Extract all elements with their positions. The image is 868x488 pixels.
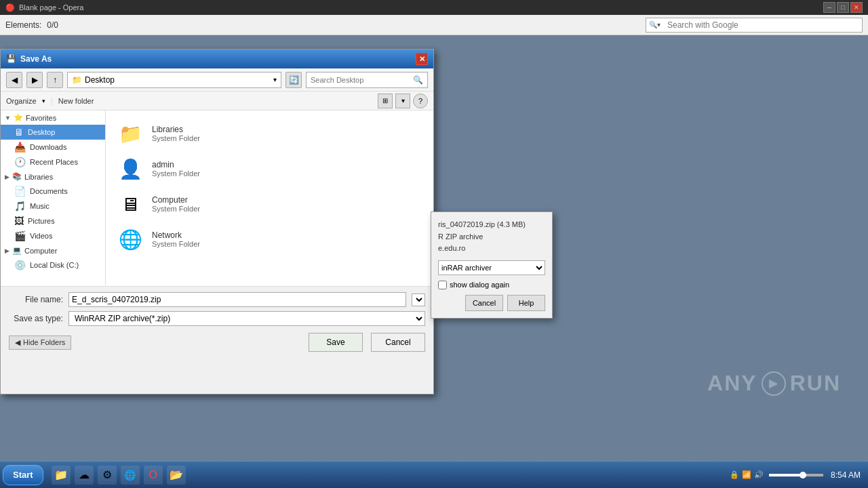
browser-titlebar: 🔴 Blank page - Opera ─ □ ✕ bbox=[0, 0, 868, 15]
hide-folders-button[interactable]: ◀ Hide Folders bbox=[9, 336, 71, 350]
favorites-group[interactable]: ▼ ⭐ Favorites bbox=[1, 110, 105, 125]
winrar-archiver-select[interactable]: inRAR archiver bbox=[438, 260, 545, 275]
cancel-button[interactable]: Cancel bbox=[371, 333, 425, 352]
winrar-url: e.edu.ro bbox=[438, 243, 545, 255]
file-item-computer[interactable]: 🖥 Computer System Folder bbox=[111, 186, 428, 222]
computer-group[interactable]: ▶ 💻 Computer bbox=[1, 243, 105, 258]
pictures-icon: 🖼 bbox=[14, 216, 24, 226]
organize-button[interactable]: Organize bbox=[6, 97, 37, 105]
file-item-network[interactable]: 🌐 Network System Folder bbox=[111, 222, 428, 257]
favorites-icon: ⭐ bbox=[14, 113, 23, 122]
save-as-dialog: 💾 Save As ✕ ◀ ▶ ↑ 📁 Desktop ▾ 🔄 🔍 Organi… bbox=[0, 49, 434, 394]
filename-row: File name: bbox=[9, 292, 425, 307]
winrar-checkbox-row: show dialog again bbox=[438, 281, 545, 289]
save-as-titlebar: 💾 Save As ✕ bbox=[1, 49, 433, 68]
taskbar-icon-cloud[interactable]: ☁ bbox=[75, 466, 94, 485]
taskbar-icon-folder2[interactable]: 📂 bbox=[167, 466, 186, 485]
search-dropdown-icon[interactable]: 🔍▾ bbox=[646, 21, 663, 28]
filename-input-wrapper[interactable] bbox=[68, 292, 406, 307]
libraries-folder-icon: 📁 bbox=[117, 120, 144, 147]
network-name: Network bbox=[152, 230, 200, 240]
libraries-name: Libraries bbox=[152, 125, 200, 134]
show-dialog-checkbox[interactable] bbox=[438, 281, 447, 289]
sidebar-item-pictures[interactable]: 🖼 Pictures bbox=[1, 214, 105, 228]
taskbar-icon-opera[interactable]: O bbox=[144, 466, 163, 485]
file-item-admin[interactable]: 👤 admin System Folder bbox=[111, 151, 428, 186]
sidebar-item-music[interactable]: 🎵 Music bbox=[1, 199, 105, 214]
filename-dropdown[interactable] bbox=[412, 293, 425, 306]
search-google-bar[interactable]: 🔍▾ bbox=[646, 18, 863, 33]
admin-folder-icon: 👤 bbox=[117, 155, 144, 182]
sidebar-item-downloads[interactable]: 📥 Downloads bbox=[1, 140, 105, 155]
volume-thumb[interactable] bbox=[800, 472, 806, 479]
libraries-group[interactable]: ▶ 📚 Libraries bbox=[1, 169, 105, 184]
refresh-button[interactable]: 🔄 bbox=[285, 72, 302, 88]
back-button[interactable]: ◀ bbox=[6, 72, 22, 88]
search-input[interactable] bbox=[311, 76, 410, 84]
videos-label: Videos bbox=[30, 232, 52, 240]
titlebar-controls: ─ □ ✕ bbox=[823, 2, 863, 13]
anyrun-logo: ANY ▶ RUN bbox=[707, 371, 841, 396]
filetype-select[interactable]: WinRAR ZIP archive(*.zip) bbox=[69, 312, 425, 325]
forward-button[interactable]: ▶ bbox=[26, 72, 43, 88]
help-button[interactable]: ? bbox=[413, 94, 428, 108]
winrar-buttons: Cancel Help bbox=[438, 295, 545, 311]
taskbar-icon-browser[interactable]: 🌐 bbox=[121, 466, 140, 485]
sidebar-panel: ▼ ⭐ Favorites 🖥 Desktop 📥 Downloads 🕐 Re… bbox=[1, 110, 106, 286]
main-file-panel: 📁 Libraries System Folder 👤 admin System… bbox=[106, 110, 433, 286]
videos-icon: 🎬 bbox=[14, 230, 26, 241]
window-title: Blank page - Opera bbox=[19, 3, 83, 12]
music-icon: 🎵 bbox=[14, 201, 26, 211]
filetype-row: Save as type: WinRAR ZIP archive(*.zip) bbox=[9, 311, 425, 326]
filename-label: File name: bbox=[9, 295, 63, 304]
admin-type: System Folder bbox=[152, 169, 200, 178]
view-list-button[interactable]: ⊞ bbox=[378, 94, 393, 108]
up-button[interactable]: ↑ bbox=[47, 72, 63, 88]
sidebar-item-videos[interactable]: 🎬 Videos bbox=[1, 228, 105, 243]
sidebar-item-documents[interactable]: 📄 Documents bbox=[1, 184, 105, 199]
sidebar-item-recent[interactable]: 🕐 Recent Places bbox=[1, 155, 105, 169]
documents-icon: 📄 bbox=[14, 186, 26, 197]
file-item-libraries[interactable]: 📁 Libraries System Folder bbox=[111, 116, 428, 151]
favorites-arrow: ▼ bbox=[5, 115, 11, 121]
search-bar[interactable]: 🔍 bbox=[306, 72, 428, 88]
taskbar-icon-files[interactable]: 📁 bbox=[52, 466, 71, 485]
sidebar-item-desktop[interactable]: 🖥 Desktop bbox=[1, 125, 105, 140]
taskbar-icon-settings[interactable]: ⚙ bbox=[98, 466, 117, 485]
volume-slider[interactable] bbox=[769, 474, 823, 476]
libraries-label: Libraries bbox=[24, 173, 53, 181]
minimize-button[interactable]: ─ bbox=[823, 2, 835, 13]
search-google-input[interactable] bbox=[663, 20, 862, 30]
downloads-icon: 📥 bbox=[14, 142, 26, 152]
local-disk-label: Local Disk (C:) bbox=[30, 261, 79, 269]
filename-input[interactable] bbox=[69, 295, 406, 304]
start-button[interactable]: Start bbox=[3, 465, 43, 485]
filetype-select-wrapper[interactable]: WinRAR ZIP archive(*.zip) bbox=[68, 311, 425, 326]
disk-icon: 💿 bbox=[14, 260, 26, 270]
libraries-icon: 📚 bbox=[12, 172, 22, 181]
close-button[interactable]: ✕ bbox=[850, 2, 863, 13]
computer-label: Computer bbox=[24, 247, 57, 255]
elements-bar: Elements: 0/0 🔍▾ bbox=[0, 15, 868, 35]
taskbar-right: 🔒 📶 🔊 8:54 AM bbox=[730, 470, 868, 480]
search-icon[interactable]: 🔍 bbox=[413, 75, 423, 85]
network-folder-icon: 🌐 bbox=[117, 226, 144, 253]
location-bar[interactable]: 📁 Desktop ▾ bbox=[67, 72, 281, 88]
maximize-button[interactable]: □ bbox=[837, 2, 849, 13]
volume-fill bbox=[769, 474, 803, 476]
organize-arrow[interactable]: ▾ bbox=[42, 98, 45, 104]
winrar-help-button[interactable]: Help bbox=[507, 295, 545, 311]
location-dropdown[interactable]: ▾ bbox=[273, 76, 277, 83]
computer-type: System Folder bbox=[152, 205, 200, 213]
recent-icon: 🕐 bbox=[14, 157, 26, 167]
winrar-cancel-button[interactable]: Cancel bbox=[465, 295, 503, 311]
recent-label: Recent Places bbox=[30, 158, 78, 166]
dialog-close-button[interactable]: ✕ bbox=[416, 53, 428, 65]
desktop-label: Desktop bbox=[28, 128, 55, 136]
sidebar-item-local-disk[interactable]: 💿 Local Disk (C:) bbox=[1, 258, 105, 272]
filetype-label: Save as type: bbox=[9, 314, 63, 323]
new-folder-button[interactable]: New folder bbox=[58, 97, 94, 105]
save-button[interactable]: Save bbox=[309, 333, 363, 352]
pictures-label: Pictures bbox=[28, 217, 55, 225]
view-dropdown-button[interactable]: ▾ bbox=[395, 94, 410, 108]
